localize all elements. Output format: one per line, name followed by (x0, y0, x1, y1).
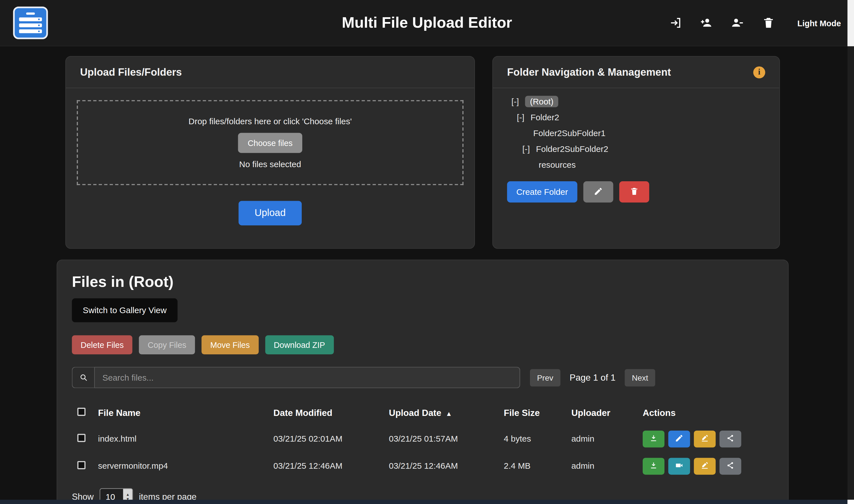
tree-expander-icon[interactable]: [-] (522, 144, 530, 154)
tree-label-folder2subfolder1[interactable]: Folder2SubFolder1 (533, 128, 605, 138)
scrollbar-corner (848, 500, 854, 504)
download-button[interactable] (643, 457, 664, 474)
rename-folder-button[interactable] (583, 181, 613, 202)
choose-files-button[interactable]: Choose files (238, 132, 303, 152)
info-icon[interactable] (753, 66, 765, 78)
file-dropzone[interactable]: Drop files/folders here or click 'Choose… (77, 100, 464, 185)
tree-label-root[interactable]: (Root) (525, 96, 558, 107)
app-header: Multi File Upload Editor Light Mode (0, 0, 854, 46)
upload-button[interactable]: Upload (239, 201, 301, 225)
row-actions (643, 430, 773, 447)
table-row: index.html 03/21/25 02:01AM 03/21/25 01:… (72, 425, 773, 452)
light-mode-toggle[interactable]: Light Mode (798, 18, 841, 28)
rename-pencil-icon (700, 461, 709, 471)
column-header-file-size[interactable]: File Size (504, 408, 571, 418)
download-icon (649, 461, 658, 471)
prev-page-button[interactable]: Prev (530, 369, 561, 386)
edit-file-button[interactable] (669, 430, 690, 447)
trash-icon (629, 186, 639, 197)
video-camera-icon (675, 461, 684, 471)
main-content: Upload Files/Folders Drop files/folders … (0, 56, 854, 504)
download-zip-button[interactable]: Download ZIP (265, 336, 334, 354)
file-size: 2.4 MB (504, 461, 571, 471)
row-checkbox[interactable] (77, 434, 86, 442)
uploader: admin (571, 461, 643, 471)
app-root: Multi File Upload Editor Light Mode Uplo… (0, 0, 854, 504)
upload-date: 03/21/25 12:46AM (389, 461, 504, 471)
share-icon (726, 434, 735, 444)
tree-item-folder2: [-] Folder2 (507, 110, 765, 125)
copy-files-button[interactable]: Copy Files (139, 336, 195, 354)
file-name[interactable]: servermonitor.mp4 (98, 461, 273, 471)
share-button[interactable] (719, 457, 741, 474)
upload-card-body: Drop files/folders here or click 'Choose… (66, 88, 474, 225)
scrollbar-track[interactable] (848, 0, 854, 504)
upload-date: 03/21/25 01:57AM (389, 434, 504, 444)
search-row: Prev Page 1 of 1 Next (72, 367, 773, 388)
share-button[interactable] (719, 430, 741, 447)
file-name[interactable]: index.html (98, 434, 273, 444)
rename-file-button[interactable] (694, 430, 716, 447)
next-page-button[interactable]: Next (625, 369, 655, 386)
gallery-view-toggle-button[interactable]: Switch to Gallery View (72, 299, 177, 322)
files-title: Files in (Root) (72, 273, 773, 291)
delete-account-trash-icon[interactable] (761, 15, 776, 31)
tree-label-folder2[interactable]: Folder2 (531, 113, 559, 122)
select-all-checkbox[interactable] (77, 408, 86, 416)
row-checkbox[interactable] (77, 461, 86, 469)
page-title: Multi File Upload Editor (342, 14, 512, 32)
file-size: 4 bytes (504, 434, 571, 444)
folder-card-body: [-] (Root) [-] Folder2 Folder2SubFolder1 (493, 88, 779, 202)
column-header-upload-date[interactable]: Upload Date▲ (389, 408, 504, 418)
files-table: File Name Date Modified Upload Date▲ Fil… (72, 400, 773, 480)
column-header-date-modified[interactable]: Date Modified (273, 408, 389, 418)
table-header-row: File Name Date Modified Upload Date▲ Fil… (72, 400, 773, 425)
row-actions (643, 457, 773, 474)
add-user-icon[interactable] (699, 15, 714, 31)
delete-folder-button[interactable] (619, 181, 649, 202)
create-folder-button[interactable]: Create Folder (507, 181, 577, 202)
logout-icon[interactable] (668, 15, 683, 31)
rename-file-button[interactable] (694, 457, 716, 474)
column-header-uploader[interactable]: Uploader (571, 408, 643, 418)
page-indicator: Page 1 of 1 (570, 373, 616, 383)
dropzone-text: Drop files/folders here or click 'Choose… (189, 116, 352, 126)
column-header-file-name[interactable]: File Name (98, 408, 273, 418)
tree-item-folder2subfolder2: [-] Folder2SubFolder2 (507, 141, 765, 157)
move-files-button[interactable]: Move Files (201, 336, 259, 354)
top-row: Upload Files/Folders Drop files/folders … (65, 56, 854, 249)
scrollbar-thumb[interactable] (848, 0, 854, 46)
remove-user-icon[interactable] (730, 15, 745, 31)
folder-card-header: Folder Navigation & Management (493, 57, 779, 88)
app-logo[interactable] (13, 6, 48, 39)
table-row: servermonitor.mp4 03/21/25 12:46AM 03/21… (72, 452, 773, 480)
search-icon (72, 367, 94, 388)
tree-item-resources: resources (507, 157, 765, 173)
share-icon (726, 461, 735, 471)
no-files-selected-text: No files selected (239, 159, 301, 169)
bulk-actions: Delete Files Copy Files Move Files Downl… (72, 336, 773, 354)
uploader: admin (571, 434, 643, 444)
delete-files-button[interactable]: Delete Files (72, 336, 132, 354)
footer-strip (0, 500, 848, 504)
tree-item-root: [-] (Root) (507, 94, 765, 110)
preview-video-button[interactable] (669, 457, 690, 474)
pencil-icon (675, 434, 684, 444)
folder-card-title: Folder Navigation & Management (507, 66, 671, 78)
tree-expander-icon[interactable]: [-] (511, 97, 519, 106)
search-input[interactable] (94, 367, 520, 388)
pencil-icon (593, 186, 603, 197)
date-modified: 03/21/25 12:46AM (273, 461, 389, 471)
files-card: Files in (Root) Switch to Gallery View D… (57, 260, 789, 504)
tree-item-folder2subfolder1: Folder2SubFolder1 (507, 125, 765, 141)
download-icon (649, 434, 658, 444)
tree-expander-icon[interactable]: [-] (517, 113, 524, 122)
download-button[interactable] (643, 430, 664, 447)
folder-navigation-card: Folder Navigation & Management [-] (Root… (493, 56, 780, 249)
tree-label-folder2subfolder2[interactable]: Folder2SubFolder2 (536, 144, 608, 154)
folder-tree: [-] (Root) [-] Folder2 Folder2SubFolder1 (507, 94, 765, 173)
date-modified: 03/21/25 02:01AM (273, 434, 389, 444)
column-header-actions: Actions (643, 408, 773, 418)
tree-label-resources[interactable]: resources (539, 160, 576, 169)
server-icon (26, 13, 35, 15)
